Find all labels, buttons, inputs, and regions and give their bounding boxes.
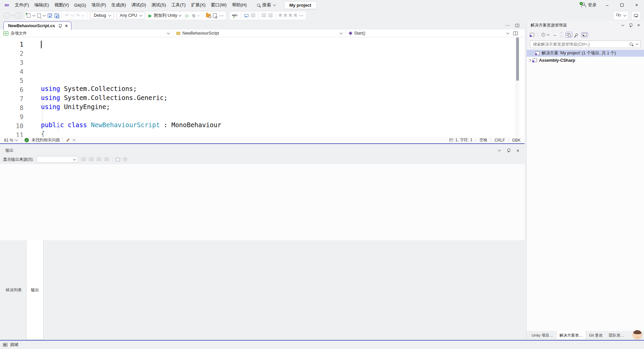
- previous-bookmark-button[interactable]: [284, 14, 287, 17]
- decrease-indent-button[interactable]: [262, 14, 266, 17]
- maximize-button[interactable]: [614, 0, 629, 10]
- user-avatar[interactable]: [632, 330, 642, 340]
- split-window-button[interactable]: [513, 32, 518, 35]
- add-comment-button[interactable]: [244, 14, 249, 17]
- document-health-label[interactable]: 未找到相关问题: [32, 137, 60, 143]
- menu-item[interactable]: 项目(P): [89, 1, 109, 9]
- save-button[interactable]: [48, 13, 52, 18]
- switch-views-button[interactable]: [530, 32, 534, 38]
- solution-platform-dropdown[interactable]: Any CPU: [116, 12, 145, 19]
- increase-indent-button[interactable]: [268, 14, 273, 17]
- toolbar-overflow-button[interactable]: ⋯: [299, 13, 304, 18]
- breadcrumb-type-dropdown[interactable]: NewBehaviourScript: [173, 30, 345, 37]
- right-panel-tab[interactable]: 团队资…: [606, 331, 627, 340]
- document-tab[interactable]: NewBehaviourScript.cs ×: [3, 21, 71, 30]
- code-line[interactable]: [41, 111, 525, 120]
- output-content[interactable]: [0, 164, 525, 240]
- whitespace-mode[interactable]: 空格: [479, 137, 487, 143]
- document-well-options-button[interactable]: [515, 24, 519, 27]
- chevron-up-icon[interactable]: [73, 139, 75, 142]
- spell-check-button[interactable]: ABC: [232, 14, 237, 17]
- menu-item[interactable]: 文件(F): [12, 1, 32, 9]
- show-all-files-button[interactable]: [566, 32, 572, 38]
- navigate-back-button[interactable]: ←: [3, 12, 10, 19]
- code-editor[interactable]: 12345678910111213141516171819 using Syst…: [0, 37, 525, 137]
- new-file-button[interactable]: [27, 13, 31, 18]
- scrollbar-thumb[interactable]: [516, 38, 519, 81]
- project-node[interactable]: Assembly-CSharp: [527, 57, 644, 64]
- close-panel-icon[interactable]: ×: [637, 23, 640, 28]
- solution-name-box[interactable]: My project: [284, 1, 317, 9]
- breadcrumb-project-dropdown[interactable]: C# 杂项文件: [0, 30, 173, 37]
- timestamp-icon[interactable]: [123, 157, 127, 161]
- bottom-panel-tab[interactable]: 错误列表: [1, 240, 26, 340]
- search-button[interactable]: 搜索: [257, 2, 275, 8]
- solution-explorer-header[interactable]: 解决方案资源管理器 ×: [527, 21, 644, 30]
- menu-item[interactable]: 测试(S): [149, 1, 168, 9]
- menu-item[interactable]: Git(G): [71, 1, 89, 9]
- sign-in-button[interactable]: + 登录: [578, 2, 600, 8]
- menu-item[interactable]: 窗口(W): [208, 1, 229, 9]
- document-overflow-button[interactable]: ⋯: [505, 23, 510, 28]
- filter-chevron-icon[interactable]: [547, 33, 549, 35]
- chevron-down-icon[interactable]: [636, 42, 638, 45]
- live-share-button[interactable]: [613, 11, 629, 20]
- collapse-all-button[interactable]: [560, 32, 562, 38]
- undo-button[interactable]: ↶: [65, 13, 69, 18]
- bottom-panel-tab[interactable]: 输出: [26, 240, 44, 340]
- menu-item[interactable]: 视图(V): [52, 1, 71, 9]
- solution-search-input[interactable]: [530, 41, 641, 48]
- output-source-dropdown[interactable]: [37, 156, 78, 163]
- copy-output-icon[interactable]: [115, 158, 120, 161]
- breadcrumb-member-dropdown[interactable]: Start(): [345, 30, 525, 37]
- attach-to-unity-button[interactable]: ▶ 附加到 Unity: [148, 13, 182, 18]
- right-panel-tab[interactable]: Git 更改: [586, 331, 606, 340]
- find-button[interactable]: [213, 13, 217, 18]
- close-tab-icon[interactable]: ×: [65, 23, 68, 28]
- background-tasks-icon[interactable]: [3, 343, 7, 347]
- navigate-back-chevron-icon[interactable]: [11, 13, 14, 16]
- pin-tab-icon[interactable]: [58, 24, 62, 28]
- menu-item[interactable]: 编辑(E): [32, 1, 52, 9]
- code-line[interactable]: using System.Collections;: [41, 84, 525, 93]
- vertical-scrollbar[interactable]: [516, 37, 519, 137]
- properties-button[interactable]: [576, 32, 578, 38]
- pin-panel-icon[interactable]: [629, 23, 633, 28]
- expander-icon[interactable]: [528, 59, 531, 61]
- redo-chevron-icon[interactable]: [82, 13, 84, 16]
- right-panel-tab[interactable]: Unity 项目…: [529, 331, 556, 340]
- minimize-button[interactable]: –: [600, 0, 614, 10]
- redo-button[interactable]: ↷: [76, 13, 80, 18]
- hot-reload-chevron-icon[interactable]: [197, 13, 200, 16]
- previous-message-icon[interactable]: [81, 158, 86, 161]
- code-content[interactable]: using System.Collections;using System.Co…: [23, 37, 525, 137]
- window-position-chevron-icon[interactable]: [498, 149, 501, 151]
- feedback-button[interactable]: [631, 11, 641, 20]
- zoom-control[interactable]: 81 %: [3, 138, 19, 143]
- open-file-chevron-icon[interactable]: [43, 13, 46, 16]
- window-position-chevron-icon[interactable]: [622, 23, 624, 26]
- sync-with-active-document-button[interactable]: ↔: [552, 32, 557, 38]
- save-all-button[interactable]: [54, 13, 59, 18]
- clear-all-icon[interactable]: [97, 158, 101, 161]
- horizontal-splitter[interactable]: [0, 144, 525, 146]
- word-wrap-icon[interactable]: [104, 158, 109, 161]
- solution-configuration-dropdown[interactable]: Debug: [90, 12, 114, 19]
- pin-panel-icon[interactable]: [506, 148, 511, 153]
- solution-node[interactable]: 解决方案 'My project' (1 个项目, 共 1 个): [527, 50, 644, 57]
- line-ending[interactable]: CRLF: [494, 138, 505, 143]
- menu-item[interactable]: 调试(D): [128, 1, 149, 9]
- open-file-button[interactable]: [37, 13, 41, 18]
- hot-reload-button[interactable]: [192, 13, 196, 18]
- encoding[interactable]: GBK: [512, 138, 521, 143]
- clear-bookmarks-button[interactable]: [294, 14, 297, 17]
- uncomment-button[interactable]: [251, 14, 255, 17]
- code-line[interactable]: using UnityEngine;: [41, 102, 525, 111]
- find-in-files-button[interactable]: [206, 14, 211, 17]
- menu-item[interactable]: 帮助(H): [229, 1, 250, 9]
- new-file-chevron-icon[interactable]: [33, 13, 35, 16]
- menu-item[interactable]: 生成(B): [109, 1, 128, 9]
- code-cleanup-icon[interactable]: [66, 139, 70, 142]
- search-icon[interactable]: [630, 43, 633, 46]
- menu-item[interactable]: 扩展(X): [188, 1, 208, 9]
